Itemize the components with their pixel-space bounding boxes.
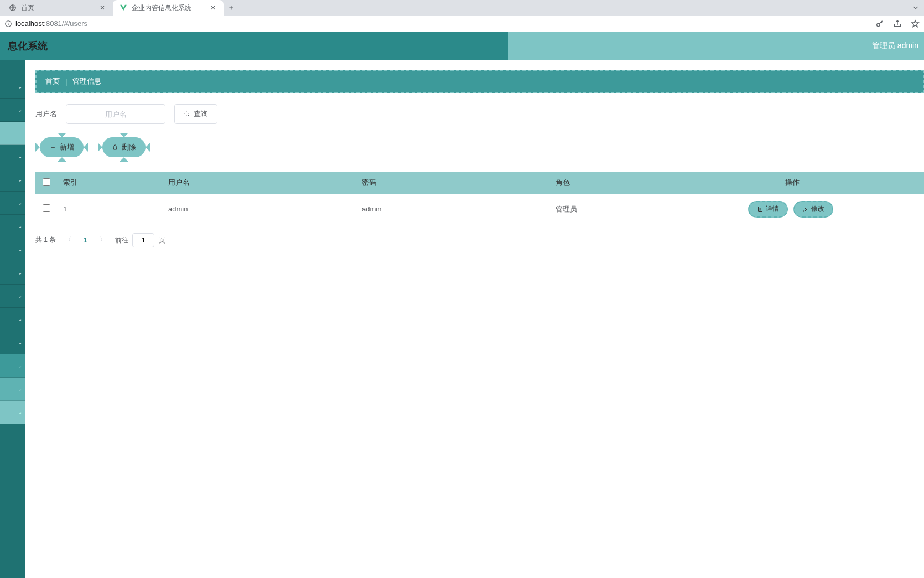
chevron-down-icon: ⌄ [18,153,22,159]
sidebar-item[interactable]: ⌄ [0,261,25,285]
breadcrumb-separator: | [65,78,67,86]
sidebar-item[interactable]: ⌄ [0,285,25,308]
current-user[interactable]: 管理员 admin [872,41,918,51]
chevron-down-icon: ⌄ [18,84,22,90]
app-header: 息化系统 管理员 admin [0,32,924,60]
username-search-input[interactable] [66,104,165,124]
chevron-down-icon: ⌄ [18,200,22,206]
cell-username: admin [163,194,356,225]
pagination: 共 1 条 〈 1 〉 前往 页 [35,233,924,247]
col-index: 索引 [58,172,163,194]
new-tab-button[interactable]: ＋ [224,0,239,16]
users-table: 索引 用户名 密码 角色 操作 1 admin admin 管理员 [35,172,924,225]
sidebar-item[interactable]: ⌄ [0,308,25,331]
sidebar-item-active[interactable] [0,122,25,145]
goto-page: 前往 页 [115,233,165,247]
share-icon[interactable] [893,19,902,28]
star-icon[interactable] [911,19,920,28]
tabs-dropdown-icon[interactable] [912,4,920,12]
chevron-down-icon: ⌄ [18,363,22,369]
tab-title: 首页 [21,3,34,13]
edit-icon [802,206,809,213]
col-role: 角色 [550,172,661,194]
sidebar-item[interactable]: ⌄ [0,238,25,261]
chevron-down-icon: ⌄ [18,339,22,345]
query-button[interactable]: 查询 [174,104,217,124]
vue-icon [120,4,127,12]
table-row: 1 admin admin 管理员 详情 修改 [35,194,924,225]
trash-icon [112,144,118,151]
browser-address-bar: localhost:8081/#/users [0,16,924,32]
breadcrumb: 首页 | 管理信息 [35,70,924,93]
cell-password: admin [356,194,550,225]
sidebar-item[interactable]: ⌄ [0,331,25,354]
row-checkbox[interactable] [43,204,50,212]
sidebar-item[interactable]: ⌄ [0,354,25,378]
chevron-down-icon: ⌄ [18,107,22,113]
browser-tab[interactable]: 首页 ✕ [2,0,113,16]
col-password: 密码 [356,172,550,194]
action-row: ＋ 新增 删除 [35,133,924,162]
sidebar-item[interactable]: ⌄ [0,75,25,99]
svg-point-3 [185,112,188,115]
close-icon[interactable]: ✕ [209,4,217,12]
prev-page-button[interactable]: 〈 [63,235,74,245]
search-label: 用户名 [35,109,57,119]
sidebar-item[interactable]: ⌄ [0,99,25,122]
sidebar-item[interactable] [0,60,25,75]
chevron-down-icon: ⌄ [18,316,22,322]
svg-point-2 [877,23,880,26]
col-ops: 操作 [661,172,924,194]
page-number[interactable]: 1 [80,236,91,244]
next-page-button[interactable]: 〉 [97,235,108,245]
chevron-down-icon: ⌄ [18,177,22,183]
chevron-down-icon: ⌄ [18,246,22,252]
document-icon [757,206,764,213]
tab-title: 企业内管信息化系统 [132,3,191,13]
info-icon[interactable] [4,20,12,28]
key-icon[interactable] [875,19,884,28]
main-content: 首页 | 管理信息 用户名 查询 ＋ 新增 删除 [25,60,924,578]
cell-index: 1 [58,194,163,225]
search-row: 用户名 查询 [35,104,924,124]
chevron-down-icon: ⌄ [18,223,22,229]
chevron-down-icon: ⌄ [18,270,22,276]
globe-icon [9,4,17,12]
goto-page-input[interactable] [132,233,154,247]
sidebar-item[interactable]: ⌄ [0,145,25,168]
sidebar: ⌄ ⌄ ⌄ ⌄ ⌄ ⌄ ⌄ ⌄ ⌄ ⌄ ⌄ ⌄ ⌄ ⌄ [0,60,25,578]
select-all-checkbox[interactable] [43,178,50,186]
sidebar-item[interactable]: ⌄ [0,378,25,401]
breadcrumb-current: 管理信息 [72,76,101,86]
app-title: 息化系统 [8,39,48,53]
chevron-down-icon: ⌄ [18,293,22,299]
delete-button[interactable]: 删除 [102,137,146,157]
detail-button[interactable]: 详情 [748,201,788,218]
url-text[interactable]: localhost:8081/#/users [15,19,875,28]
pagination-total: 共 1 条 [35,235,56,245]
breadcrumb-home[interactable]: 首页 [45,76,60,86]
browser-tab-active[interactable]: 企业内管信息化系统 ✕ [113,0,224,16]
close-icon[interactable]: ✕ [98,4,106,12]
col-username: 用户名 [163,172,356,194]
add-button[interactable]: ＋ 新增 [40,137,84,157]
chevron-down-icon: ⌄ [18,409,22,415]
edit-button[interactable]: 修改 [793,201,833,218]
cell-role: 管理员 [550,194,661,225]
chevron-down-icon: ⌄ [18,386,22,392]
sidebar-item[interactable]: ⌄ [0,215,25,238]
plus-icon: ＋ [49,142,56,152]
sidebar-item[interactable]: ⌄ [0,168,25,192]
sidebar-item[interactable]: ⌄ [0,401,25,424]
search-icon [184,111,190,117]
sidebar-item[interactable]: ⌄ [0,192,25,215]
browser-tab-strip: 首页 ✕ 企业内管信息化系统 ✕ ＋ [0,0,924,16]
